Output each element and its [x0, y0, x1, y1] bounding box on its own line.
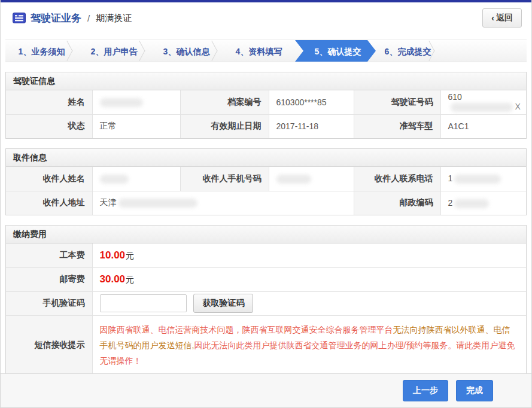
pickup-info-table: 收件人姓名 收件人手机号码 收件人联系电话 1 收件人地址 天津 邮政编码 2 — [6, 167, 526, 215]
step-bar-filler — [440, 40, 527, 62]
redacted-name — [100, 98, 143, 107]
work-fee-label: 工本费 — [6, 243, 92, 267]
recipient-tel-label: 收件人联系电话 — [354, 167, 440, 191]
postage-fee-value: 30.00元 — [92, 267, 526, 291]
section-license-info: 驾驶证信息 姓名 档案编号 610300****85 驾驶证号码 610X 状态… — [5, 72, 527, 139]
page-subtitle: 期满换证 — [96, 13, 132, 24]
step-2-user-declaration[interactable]: 2、用户申告 — [78, 40, 150, 62]
section-license-title: 驾驶证信息 — [6, 72, 526, 90]
postal-code-value: 2 — [440, 191, 526, 215]
table-row: 收件人姓名 收件人手机号码 收件人联系电话 1 — [6, 167, 526, 191]
recipient-tel-prefix: 1 — [448, 173, 453, 183]
license-no-suffix: X — [515, 102, 521, 111]
vehicle-class-value: A1C1 — [440, 114, 526, 138]
status-value: 正常 — [92, 114, 180, 138]
redacted-license-no — [451, 103, 513, 112]
back-button[interactable]: ‹ 返回 — [482, 8, 522, 28]
redacted-postal-code — [454, 199, 489, 208]
step-3-confirm-info[interactable]: 3、确认信息 — [150, 40, 223, 62]
name-label: 姓名 — [6, 90, 92, 114]
step-6-complete-submit[interactable]: 6、完成提交 — [367, 40, 440, 62]
previous-step-button[interactable]: 上一步 — [403, 380, 448, 401]
table-row: 手机验证码 获取验证码 — [6, 291, 526, 315]
redacted-recipient-tel — [454, 175, 501, 184]
license-info-table: 姓名 档案编号 610300****85 驾驶证号码 610X 状态 正常 有效… — [6, 90, 526, 138]
sms-notice-text: 因陕西省联通、电信运营商技术问题，陕西省互联网交通安全综合服务管理平台无法向持陕… — [92, 315, 526, 374]
expiry-value: 2017-11-18 — [269, 114, 354, 138]
table-row: 姓名 档案编号 610300****85 驾驶证号码 610X — [6, 90, 526, 114]
expiry-label: 有效期止日期 — [180, 114, 269, 138]
section-pickup-info: 取件信息 收件人姓名 收件人手机号码 收件人联系电话 1 收件人地址 天津 邮政… — [5, 148, 527, 215]
sms-notice-label: 短信接收提示 — [6, 315, 92, 374]
redacted-address — [118, 199, 197, 208]
postage-fee-label: 邮寄费 — [6, 267, 92, 291]
recipient-tel-value: 1 — [440, 167, 526, 191]
address-label: 收件人地址 — [6, 191, 92, 215]
work-fee-unit: 元 — [126, 251, 134, 260]
table-row: 状态 正常 有效期止日期 2017-11-18 准驾车型 A1C1 — [6, 114, 526, 138]
postal-code-label: 邮政编码 — [354, 191, 440, 215]
recipient-mobile-value — [269, 167, 354, 191]
footer-action-bar: 上一步 完成 — [1, 373, 531, 407]
recipient-name-label: 收件人姓名 — [6, 167, 92, 191]
back-button-label: 返回 — [496, 13, 513, 23]
file-no-value: 610300****85 — [269, 90, 354, 114]
table-row: 短信接收提示 因陕西省联通、电信运营商技术问题，陕西省互联网交通安全综合服务管理… — [6, 315, 526, 374]
file-no-label: 档案编号 — [180, 90, 269, 114]
work-fee-value: 10.00元 — [92, 243, 526, 267]
vehicle-class-label: 准驾车型 — [354, 114, 440, 138]
section-fees: 缴纳费用 工本费 10.00元 邮寄费 30.00元 手机验证码 获取验证码 短… — [5, 225, 527, 375]
breadcrumb-separator: / — [86, 13, 91, 23]
table-row: 工本费 10.00元 — [6, 243, 526, 267]
page: 驾驶证业务 / 期满换证 ‹ 返回 1、业务须知 2、用户申告 3、确认信息 4… — [0, 0, 532, 408]
license-no-prefix: 610 — [448, 92, 462, 102]
sms-code-label: 手机验证码 — [6, 291, 92, 315]
sms-code-input[interactable] — [100, 294, 187, 312]
redacted-recipient-name — [100, 175, 129, 184]
postage-fee-unit: 元 — [126, 275, 134, 284]
page-header: 驾驶证业务 / 期满换证 ‹ 返回 — [1, 2, 531, 34]
name-value — [92, 90, 180, 114]
section-fees-title: 缴纳费用 — [6, 226, 526, 243]
finish-button[interactable]: 完成 — [456, 380, 493, 401]
work-fee-amount: 10.00 — [100, 249, 126, 261]
postal-code-prefix: 2 — [448, 198, 453, 208]
recipient-name-value — [92, 167, 180, 191]
step-wizard-bar: 1、业务须知 2、用户申告 3、确认信息 4、资料填写 5、确认提交 6、完成提… — [5, 39, 527, 62]
back-chevron-icon: ‹ — [491, 13, 494, 23]
license-no-label: 驾驶证号码 — [354, 90, 440, 114]
recipient-mobile-label: 收件人手机号码 — [180, 167, 269, 191]
postage-fee-amount: 30.00 — [100, 273, 126, 285]
license-no-value: 610X — [440, 90, 526, 114]
address-value: 天津 — [92, 191, 354, 215]
redacted-recipient-mobile — [276, 175, 311, 184]
get-sms-code-button[interactable]: 获取验证码 — [193, 294, 253, 313]
step-1-business-notice[interactable]: 1、业务须知 — [5, 40, 78, 62]
breadcrumb: 驾驶证业务 / 期满换证 — [13, 11, 482, 25]
form-list-icon — [13, 13, 26, 23]
table-row: 邮寄费 30.00元 — [6, 267, 526, 291]
step-4-fill-materials[interactable]: 4、资料填写 — [223, 40, 295, 62]
notice-text-red-1: 因陕西省联通、电信运营商技术问题，陕西省互联网交通安全综合服务管理平台 — [100, 325, 393, 334]
section-pickup-title: 取件信息 — [6, 149, 526, 167]
sms-code-cell: 获取验证码 — [92, 291, 526, 315]
table-row: 收件人地址 天津 邮政编码 2 — [6, 191, 526, 215]
status-label: 状态 — [6, 114, 92, 138]
page-title: 驾驶证业务 — [31, 11, 81, 25]
fees-table: 工本费 10.00元 邮寄费 30.00元 手机验证码 获取验证码 短信接收提示… — [6, 243, 526, 374]
step-5-confirm-submit-active[interactable]: 5、确认提交 — [295, 40, 376, 62]
address-prefix: 天津 — [100, 197, 117, 207]
